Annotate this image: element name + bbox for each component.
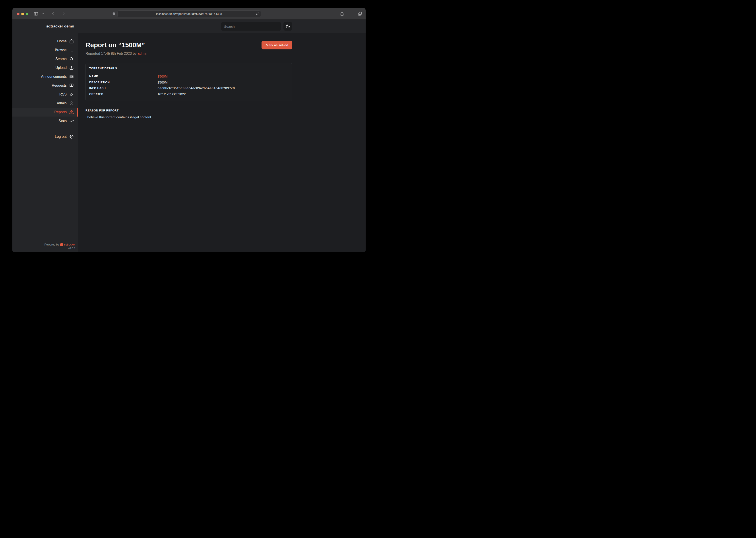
reload-button[interactable] bbox=[256, 12, 259, 16]
detail-label: NAME bbox=[89, 74, 158, 80]
detail-row-name: NAME 1500M bbox=[89, 74, 289, 80]
window-controls bbox=[17, 8, 28, 20]
minimize-window-button[interactable] bbox=[21, 13, 24, 15]
reload-icon bbox=[256, 12, 259, 16]
sidebar-item-reports[interactable]: Reports bbox=[12, 108, 78, 117]
sidebar-item-label: admin bbox=[57, 101, 67, 105]
plus-icon bbox=[349, 12, 353, 16]
sidebar-item-label: Log out bbox=[55, 135, 67, 139]
detail-value: 1500M bbox=[158, 80, 289, 85]
site-title[interactable]: sqtracker demo bbox=[46, 24, 74, 28]
search-input[interactable] bbox=[221, 22, 281, 30]
sidebar-item-requests[interactable]: Requests bbox=[12, 81, 78, 90]
alert-triangle-icon bbox=[69, 110, 74, 114]
tabs-icon bbox=[358, 12, 362, 16]
toolbar-left-controls bbox=[34, 8, 66, 20]
home-icon bbox=[69, 39, 74, 43]
user-icon bbox=[69, 101, 74, 105]
reason-heading: REASON FOR REPORT bbox=[85, 109, 292, 112]
trending-up-icon bbox=[69, 119, 74, 123]
fullscreen-window-button[interactable] bbox=[26, 13, 28, 15]
sidebar-item-admin[interactable]: admin bbox=[12, 99, 78, 108]
detail-label: INFO HASH bbox=[89, 85, 158, 91]
sidebar-chevron-button[interactable] bbox=[42, 13, 44, 15]
browser-toolbar: localhost:3000/reports/63e3dfcf3a3ef7e2a… bbox=[12, 8, 366, 20]
log-out-icon bbox=[69, 134, 74, 139]
app-topbar bbox=[78, 20, 366, 33]
sidebar-item-label: Requests bbox=[52, 83, 67, 87]
new-tab-button[interactable] bbox=[349, 12, 353, 16]
search-icon bbox=[69, 57, 74, 61]
sidebar-item-label: Stats bbox=[59, 119, 67, 123]
sidebar-item-home[interactable]: Home bbox=[12, 37, 78, 46]
chevron-left-icon bbox=[51, 12, 55, 16]
rss-icon bbox=[69, 92, 74, 97]
torrent-name-link[interactable]: 1500M bbox=[158, 74, 289, 80]
main-content: Report on “1500M” Mark as solved Reporte… bbox=[78, 33, 366, 252]
tab-overview-button[interactable] bbox=[358, 12, 362, 16]
sqtracker-logo bbox=[60, 243, 63, 246]
reason-text: I believe this torrent contains illegal … bbox=[85, 115, 292, 119]
desktop-background: localhost:3000/reports/63e3dfcf3a3ef7e2a… bbox=[0, 0, 378, 269]
sidebar-item-logout[interactable]: Log out bbox=[12, 132, 78, 141]
toolbar-divider bbox=[40, 12, 40, 16]
share-button[interactable] bbox=[340, 12, 344, 16]
chevron-right-icon bbox=[62, 12, 66, 16]
torrent-details-panel: TORRENT DETAILS NAME 1500M DESCRIPTION 1… bbox=[85, 63, 292, 101]
mark-as-solved-button[interactable]: Mark as solved bbox=[261, 41, 292, 49]
detail-row-infohash: INFO HASH cac8bcbf35f5c00ec4dc09a2b54a81… bbox=[89, 85, 289, 91]
sidebar-item-label: Upload bbox=[55, 66, 67, 70]
powered-by-label: Powered by bbox=[44, 243, 59, 246]
version-label: v0.0.1 bbox=[15, 247, 75, 250]
topbar-inner bbox=[85, 22, 292, 30]
sidebar-item-rss[interactable]: RSS bbox=[12, 90, 78, 99]
sidebar-item-label: RSS bbox=[59, 92, 67, 96]
upload-icon bbox=[69, 66, 74, 70]
sidebar-header: sqtracker demo bbox=[12, 20, 78, 33]
share-icon bbox=[340, 12, 344, 16]
sidebar-item-stats[interactable]: Stats bbox=[12, 117, 78, 126]
detail-row-description: DESCRIPTION 1500M bbox=[89, 80, 289, 85]
moon-icon bbox=[286, 24, 290, 28]
privacy-report-button[interactable] bbox=[112, 8, 116, 20]
address-bar[interactable]: localhost:3000/reports/63e3dfcf3a3ef7e2a… bbox=[118, 10, 261, 17]
back-button[interactable] bbox=[51, 12, 55, 16]
sqtracker-link[interactable]: sqtracker bbox=[64, 243, 75, 246]
panel-heading: TORRENT DETAILS bbox=[89, 67, 289, 70]
sidebar-item-label: Home bbox=[57, 39, 67, 43]
close-window-button[interactable] bbox=[17, 13, 20, 15]
sidebar-item-browse[interactable]: Browse bbox=[12, 46, 78, 55]
sidebar-item-label: Browse bbox=[55, 48, 67, 52]
forward-button[interactable] bbox=[62, 12, 66, 16]
sidebar-item-label: Search bbox=[55, 57, 67, 61]
sidebar-footer: Powered by sqtracker v0.0.1 bbox=[12, 241, 78, 252]
reported-timestamp: Reported 17:45 8th Feb 2023 by bbox=[85, 52, 136, 56]
sidebar-item-announcements[interactable]: Announcements bbox=[12, 72, 78, 81]
detail-value: 16:12 7th Oct 2022 bbox=[158, 91, 289, 97]
sidebar-item-label: Announcements bbox=[41, 75, 67, 79]
sidebar-item-search[interactable]: Search bbox=[12, 55, 78, 63]
info-hash-value: cac8bcbf35f5c00ec4dc09a2b54a81646b2897c8 bbox=[158, 85, 289, 91]
theme-toggle-button[interactable] bbox=[283, 22, 292, 30]
toolbar-right-controls bbox=[340, 8, 362, 20]
url-text: localhost:3000/reports/63e3dfcf3a3ef7e2a… bbox=[156, 12, 222, 16]
page-title: Report on “1500M” bbox=[85, 41, 145, 49]
report-meta: Reported 17:45 8th Feb 2023 by admin bbox=[85, 52, 292, 56]
browser-window: localhost:3000/reports/63e3dfcf3a3ef7e2a… bbox=[12, 8, 366, 252]
detail-label: DESCRIPTION bbox=[89, 80, 158, 85]
message-plus-icon bbox=[69, 83, 74, 88]
sidebar-toggle-button[interactable] bbox=[34, 12, 38, 16]
newspaper-icon bbox=[69, 75, 74, 79]
shield-icon bbox=[112, 12, 116, 16]
sidebar-item-upload[interactable]: Upload bbox=[12, 63, 78, 72]
list-icon bbox=[69, 48, 74, 52]
reporter-link[interactable]: admin bbox=[137, 52, 147, 56]
detail-row-created: CREATED 16:12 7th Oct 2022 bbox=[89, 91, 289, 97]
sidebar-item-label: Reports bbox=[54, 110, 67, 114]
detail-label: CREATED bbox=[89, 91, 158, 97]
chevron-down-icon bbox=[42, 13, 44, 15]
sidebar-toggle-icon bbox=[34, 12, 38, 16]
sidebar-nav: Home Browse Search Upload Announcements bbox=[12, 33, 78, 252]
app-layout: sqtracker demo Home Browse bbox=[12, 20, 366, 252]
